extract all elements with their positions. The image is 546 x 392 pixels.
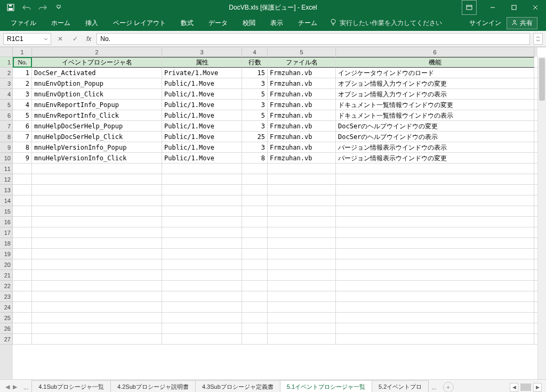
cell[interactable]: Frmzuhan.vb [268,78,336,89]
row-header[interactable]: 22 [0,281,13,291]
cell[interactable]: mnuEnvReportInfo_Click [32,110,162,121]
sheet-nav[interactable]: ◀ ▶ [2,383,20,390]
fx-icon[interactable]: fx [84,35,93,43]
cell[interactable] [162,164,242,174]
tab-home[interactable]: ホーム [44,15,78,31]
cell[interactable] [268,249,336,259]
cell[interactable]: Frmzuhan.vb [268,153,336,164]
row-header[interactable]: 27 [0,334,13,345]
cell[interactable]: DocSerのヘルプウインドウの表示 [336,132,534,142]
tab-team[interactable]: チーム [291,15,325,31]
cell[interactable] [162,185,242,195]
cell[interactable]: インジケータウインドウのロード [336,68,534,78]
cell[interactable] [13,313,32,323]
cell[interactable]: 2 [13,78,32,89]
sheet-nav-next-icon[interactable]: ▶ [13,383,17,390]
cell[interactable]: 15 [242,68,268,78]
cell[interactable] [336,206,534,217]
cell[interactable] [268,238,336,249]
cell[interactable] [32,249,162,259]
spreadsheet-grid[interactable]: 123456 123456789101112131415161718192021… [0,47,546,379]
cell[interactable] [32,185,162,195]
scrollbar-thumb[interactable] [539,58,545,101]
row-header[interactable]: 24 [0,302,13,313]
cell[interactable]: Public/1.Move [162,78,242,89]
cell[interactable] [336,270,534,281]
cell[interactable]: Public/1.Move [162,100,242,110]
cell[interactable] [242,238,268,249]
cell[interactable]: ドキュメント一覧情報ウインドウの表示 [336,110,534,121]
cell[interactable] [242,195,268,206]
tab-formulas[interactable]: 数式 [173,15,201,31]
cell[interactable] [162,227,242,238]
cell[interactable]: 8 [13,142,32,153]
cells-area[interactable]: No.イベントプロシージャ名属性行数ファイル名機能1DocSer_Activat… [13,57,537,379]
row-header[interactable]: 23 [0,291,13,302]
cell[interactable] [268,227,336,238]
cell[interactable]: Public/1.Move [162,121,242,132]
qat-customize-icon[interactable] [54,3,63,12]
add-sheet-button[interactable]: + [443,382,454,393]
cell[interactable]: Frmzuhan.vb [268,89,336,100]
cell[interactable] [13,259,32,270]
cell[interactable] [162,270,242,281]
cell[interactable] [242,249,268,259]
row-headers[interactable]: 1234567891011121314151617181920212223242… [0,57,13,379]
cell[interactable] [242,185,268,195]
cell[interactable] [268,259,336,270]
cell[interactable] [32,270,162,281]
cell[interactable]: 行数 [242,57,268,68]
cell[interactable] [32,238,162,249]
cell[interactable] [268,195,336,206]
cell[interactable] [242,217,268,227]
cell[interactable] [336,313,534,323]
cell[interactable] [268,270,336,281]
cell[interactable] [13,249,32,259]
cell[interactable]: 属性 [162,57,242,68]
cell[interactable] [242,164,268,174]
cell[interactable] [13,302,32,313]
row-header[interactable]: 16 [0,217,13,227]
column-header[interactable]: 1 [13,47,32,57]
cell[interactable] [162,259,242,270]
cell[interactable]: mnuHelpVersionInfo_Click [32,153,162,164]
cell[interactable]: Public/1.Move [162,142,242,153]
tab-insert[interactable]: 挿入 [78,15,106,31]
row-header[interactable]: 4 [0,89,13,100]
cell[interactable]: 9 [13,153,32,164]
cell[interactable] [162,249,242,259]
cell[interactable]: Frmzuhan.vb [268,100,336,110]
row-header[interactable]: 8 [0,132,13,142]
cell[interactable]: 5 [13,110,32,121]
select-all-corner[interactable] [0,47,13,57]
cell[interactable] [13,238,32,249]
sheet-tab[interactable]: 4.1Subプロシージャ一覧 [31,380,111,393]
cell[interactable] [336,249,534,259]
cell[interactable]: mnuHelpDocSerHelp_Click [32,132,162,142]
cell[interactable] [268,164,336,174]
cell[interactable] [336,334,534,345]
cell[interactable] [162,217,242,227]
cell[interactable]: Frmzuhan.vb [268,142,336,153]
tab-file[interactable]: ファイル [3,15,44,31]
cell[interactable]: オプション情報入力ウインドウの表示 [336,89,534,100]
close-button[interactable] [525,0,546,15]
row-header[interactable]: 20 [0,259,13,270]
row-header[interactable]: 15 [0,206,13,217]
cell[interactable] [242,259,268,270]
cell[interactable] [32,227,162,238]
row-header[interactable]: 3 [0,78,13,89]
cell[interactable]: 6 [13,121,32,132]
cell[interactable]: Frmzuhan.vb [268,121,336,132]
cell[interactable] [242,281,268,291]
cell[interactable] [336,174,534,185]
cell[interactable]: ファイル名 [268,57,336,68]
cell[interactable] [336,323,534,334]
row-header[interactable]: 14 [0,195,13,206]
cell[interactable] [242,227,268,238]
sheet-tab[interactable]: 4.2Subプロシージャ説明書 [110,380,196,393]
sheet-tab[interactable]: 4.3Subプロシージャ定義書 [195,380,280,393]
row-header[interactable]: 13 [0,185,13,195]
cell[interactable] [242,302,268,313]
cell[interactable]: mnuEnvOption_Popup [32,78,162,89]
